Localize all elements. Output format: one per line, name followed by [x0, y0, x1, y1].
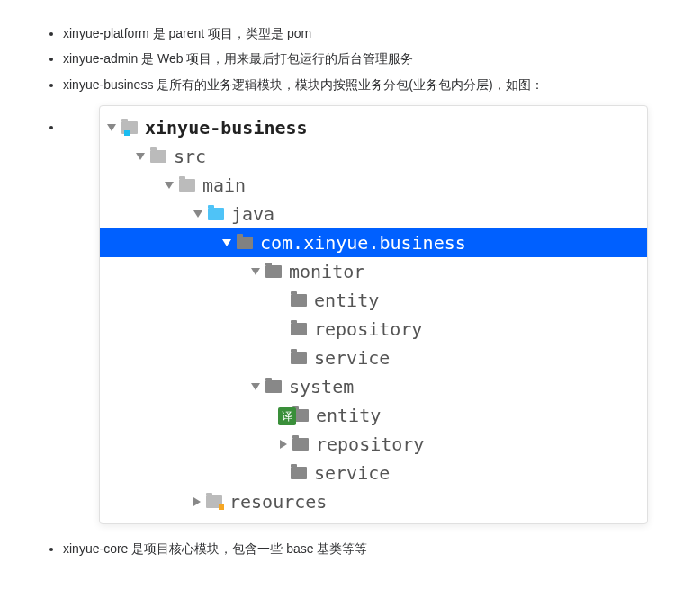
- tree-row[interactable]: main: [100, 171, 647, 200]
- tree-label: system: [289, 372, 354, 401]
- tree-label: java: [231, 200, 274, 228]
- tree-label: repository: [314, 315, 422, 344]
- chevron-down-icon[interactable]: [251, 268, 260, 275]
- chevron-right-icon[interactable]: [280, 440, 287, 449]
- folder-icon: [292, 438, 309, 451]
- tree-row[interactable]: service: [100, 459, 647, 487]
- chevron-down-icon[interactable]: [222, 239, 231, 246]
- chevron-down-icon[interactable]: [194, 210, 202, 218]
- tree-label: service: [314, 344, 390, 372]
- translate-badge[interactable]: 译: [278, 407, 296, 425]
- folder-icon: [291, 323, 307, 335]
- folder-icon: [150, 150, 166, 163]
- intro-list: xinyue-platform 是 parent 项目，类型是 pom xiny…: [27, 23, 648, 94]
- tree-label: xinyue-business: [145, 113, 308, 142]
- tree-label: src: [174, 142, 206, 171]
- list-item-tree: xinyue-businesssrcmainjavacom.xinyue.bus…: [63, 105, 648, 524]
- tree-row[interactable]: service: [100, 344, 647, 372]
- tree-label: com.xinyue.business: [260, 228, 466, 257]
- tree-label: entity: [316, 401, 381, 430]
- tree-label: repository: [316, 430, 424, 459]
- folder-icon: [291, 352, 307, 364]
- chevron-down-icon[interactable]: [251, 383, 260, 390]
- outro-list: xinyue-core 是项目核心模块，包含一些 base 基类等等: [27, 539, 648, 558]
- tree-row[interactable]: src: [100, 142, 647, 171]
- tree-label: main: [202, 171, 246, 200]
- list-item: xinyue-core 是项目核心模块，包含一些 base 基类等等: [63, 539, 648, 558]
- tree-row[interactable]: repository: [100, 430, 647, 459]
- folder-icon: [266, 265, 282, 278]
- list-item: xinyue-admin 是 Web 项目，用来最后打包运行的后台管理服务: [63, 49, 648, 68]
- tree-row[interactable]: com.xinyue.business: [100, 228, 647, 257]
- folder-icon: [237, 237, 253, 249]
- folder-icon: [122, 121, 138, 134]
- tree-row[interactable]: entity: [100, 286, 647, 315]
- tree-row[interactable]: java: [100, 200, 647, 228]
- list-item: xinyue-platform 是 parent 项目，类型是 pom: [63, 23, 648, 43]
- chevron-down-icon[interactable]: [165, 182, 174, 189]
- folder-icon: [206, 495, 222, 508]
- tree-row[interactable]: entity: [100, 401, 647, 430]
- chevron-down-icon[interactable]: [136, 153, 145, 160]
- folder-icon: [208, 208, 224, 220]
- folder-icon: [291, 467, 307, 479]
- tree-row[interactable]: xinyue-business: [100, 113, 647, 142]
- chevron-down-icon[interactable]: [107, 124, 116, 131]
- tree-row[interactable]: system: [100, 372, 647, 401]
- folder-icon: [266, 380, 282, 393]
- tree-holder-list: xinyue-businesssrcmainjavacom.xinyue.bus…: [27, 105, 648, 524]
- chevron-right-icon[interactable]: [194, 497, 201, 506]
- tree-label: entity: [314, 286, 379, 315]
- folder-icon: [179, 179, 195, 192]
- list-item: xinyue-business 是所有的业务逻辑模块，模块内按照业务分包(业务包…: [63, 75, 648, 94]
- folder-icon: [291, 294, 307, 307]
- tree-row[interactable]: repository: [100, 315, 647, 344]
- tree-label: monitor: [289, 257, 364, 286]
- tree-row[interactable]: monitor: [100, 257, 647, 286]
- project-tree: xinyue-businesssrcmainjavacom.xinyue.bus…: [99, 105, 648, 524]
- tree-label: resources: [230, 487, 327, 516]
- tree-label: service: [314, 459, 390, 487]
- tree-row[interactable]: resources: [100, 487, 647, 516]
